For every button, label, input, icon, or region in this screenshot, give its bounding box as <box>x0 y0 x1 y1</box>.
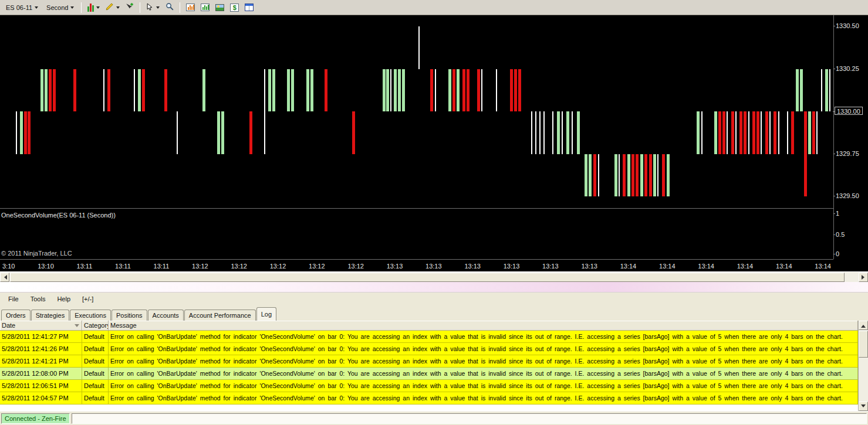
price-panel[interactable] <box>0 15 833 208</box>
properties-button[interactable] <box>242 1 256 14</box>
tab-positions[interactable]: Positions <box>112 310 147 321</box>
price-bar <box>804 111 807 196</box>
chart-trader-button[interactable]: $ <box>228 1 241 14</box>
time-axis[interactable]: 3:1013:1013:1113:1113:1113:1213:1213:121… <box>0 259 833 271</box>
log-cell-cat: Default <box>82 392 109 404</box>
indicator-label: OneSecondVolume(ES 06-11 (Second)) <box>1 212 116 219</box>
volume-axis[interactable]: 10.50 <box>834 209 868 259</box>
time-axis-label: 13:11 <box>115 263 131 270</box>
tab-executions[interactable]: Executions <box>70 310 111 321</box>
price-bar <box>202 69 205 112</box>
log-row[interactable]: 5/28/2011 12:41:27 PMDefaultError on cal… <box>0 331 858 343</box>
price-bar <box>557 111 560 154</box>
zoom-button[interactable] <box>163 1 176 14</box>
log-vertical-scrollbar[interactable] <box>858 321 868 411</box>
log-cell-date: 5/28/2011 12:06:51 PM <box>0 380 82 392</box>
log-row[interactable]: 5/28/2011 12:41:26 PMDefaultError on cal… <box>0 343 858 355</box>
price-bar <box>477 69 480 112</box>
time-axis-label: 13:12 <box>231 263 247 270</box>
price-bar <box>462 69 465 112</box>
tab-account-performance[interactable]: Account Performance <box>184 310 256 321</box>
tab-log[interactable]: Log <box>256 307 276 321</box>
scrollbar-thumb[interactable] <box>859 331 868 358</box>
price-bar <box>45 69 48 112</box>
tab-orders[interactable]: Orders <box>1 310 31 321</box>
scroll-left-button[interactable] <box>0 273 9 282</box>
price-bar <box>808 111 811 154</box>
chevron-down-icon <box>70 6 74 11</box>
log-cell-date: 5/28/2011 12:41:26 PM <box>0 343 82 355</box>
price-bar <box>481 69 482 112</box>
price-bar <box>787 111 788 154</box>
log-row[interactable]: 5/28/2011 12:41:21 PMDefaultError on cal… <box>0 355 858 368</box>
price-axis[interactable]: 1330.501330.251330.001329.751329.50 <box>834 15 868 208</box>
time-axis-label: 13:14 <box>659 263 676 270</box>
column-header-date[interactable]: Date <box>0 321 82 330</box>
chevron-down-icon <box>35 6 38 11</box>
time-axis-label: 13:12 <box>309 263 325 270</box>
scrollbar-thumb[interactable] <box>10 273 845 282</box>
menu-tools[interactable]: Tools <box>25 294 52 304</box>
price-axis-label: 1330.25 <box>836 64 859 73</box>
chart-trader-icon: $ <box>230 4 239 12</box>
tab-strategies[interactable]: Strategies <box>31 310 70 321</box>
log-table: Date Category Message 5/28/2011 12:41:27… <box>0 321 868 411</box>
time-axis-label: 13:13 <box>504 263 520 270</box>
add-object-button[interactable] <box>123 1 136 14</box>
price-bar <box>291 69 294 112</box>
price-bar <box>418 26 420 69</box>
chart-style-button[interactable] <box>85 1 102 14</box>
price-bar <box>796 69 799 112</box>
column-header-message[interactable]: Message <box>109 321 858 330</box>
chart-horizontal-scrollbar[interactable] <box>0 271 868 282</box>
drawing-tools-button[interactable] <box>103 1 122 14</box>
instrument-selector[interactable]: ES 06-11 <box>2 2 42 13</box>
price-bar <box>756 111 759 154</box>
price-bar <box>744 111 747 154</box>
log-row[interactable]: 5/28/2011 12:04:57 PMDefaultError on cal… <box>0 392 858 404</box>
log-cell-cat: Default <box>82 368 109 379</box>
period-selector[interactable]: Second <box>43 2 77 13</box>
scroll-down-button[interactable] <box>859 402 868 411</box>
log-row[interactable]: 5/28/2011 12:06:51 PMDefaultError on cal… <box>0 380 858 392</box>
log-row[interactable]: 5/28/2011 12:08:00 PMDefaultError on cal… <box>0 368 858 380</box>
price-bar <box>28 111 31 154</box>
tab-accounts[interactable]: Accounts <box>148 310 184 321</box>
log-cell-msg: Error on calling 'OnBarUpdate' method fo… <box>109 392 858 404</box>
price-bar <box>264 69 265 154</box>
volume-axis-label: 1 <box>836 210 839 217</box>
status-bar-empty <box>72 413 867 424</box>
scroll-up-button[interactable] <box>859 321 868 330</box>
period-label: Second <box>46 4 68 11</box>
chevron-down-icon <box>116 6 120 11</box>
price-bar <box>24 111 27 154</box>
price-bar <box>739 111 742 154</box>
data-series-button[interactable] <box>184 1 197 14</box>
price-bar <box>552 111 553 154</box>
status-bar: Connected - Zen-Fire <box>0 411 868 425</box>
price-bar <box>623 154 626 197</box>
menu-file[interactable]: File <box>2 294 25 304</box>
price-bar <box>816 111 818 154</box>
time-axis-label: 13:12 <box>347 263 364 270</box>
menu-help[interactable]: Help <box>51 294 76 304</box>
price-bar <box>164 69 167 112</box>
volume-panel[interactable]: OneSecondVolume(ES 06-11 (Second)) © 201… <box>0 209 833 259</box>
column-header-category[interactable]: Category <box>82 321 109 330</box>
price-bar <box>16 111 17 154</box>
menu-collapse-toggle[interactable]: [+/-] <box>76 294 99 304</box>
chart-panel-button[interactable] <box>198 1 212 14</box>
arrow-down-icon <box>861 404 866 410</box>
price-bar <box>53 69 56 112</box>
chart-window: OneSecondVolume(ES 06-11 (Second)) © 201… <box>0 15 868 271</box>
chevron-down-icon <box>96 6 100 11</box>
price-bar <box>829 69 830 112</box>
log-cell-date: 5/28/2011 12:08:00 PM <box>0 368 82 379</box>
snapshot-button[interactable] <box>213 1 227 14</box>
price-bar <box>40 69 43 112</box>
price-bar <box>761 111 762 154</box>
cursor-button[interactable] <box>144 1 162 14</box>
price-bar <box>306 69 309 112</box>
scroll-right-button[interactable] <box>859 273 868 282</box>
price-bar <box>718 111 721 154</box>
